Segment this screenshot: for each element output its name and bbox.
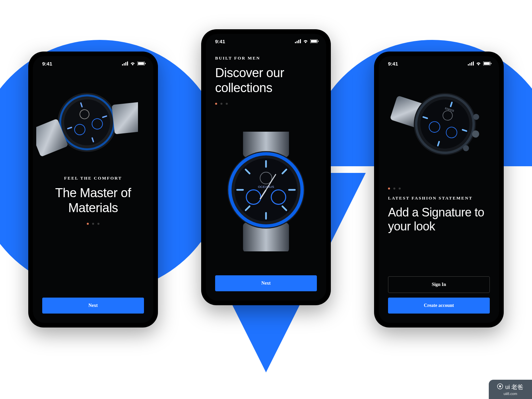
- page-indicator: [388, 188, 490, 190]
- svg-rect-22: [300, 39, 301, 43]
- watermark-url: uii8.com: [504, 392, 517, 396]
- svg-point-68: [499, 385, 501, 387]
- status-time: 9:41: [42, 61, 52, 66]
- svg-rect-24: [311, 40, 317, 43]
- phone-mockup-3: 9:41: [374, 52, 504, 328]
- svg-rect-20: [297, 41, 298, 43]
- watermark-badge: ui 老爸 uii8.com: [489, 380, 532, 399]
- watch-product-image: EDIFICE: [388, 74, 490, 180]
- next-button[interactable]: Next: [42, 298, 144, 314]
- watermark-brand: ui 老爸: [505, 383, 523, 391]
- sign-in-button[interactable]: Sign In: [388, 276, 490, 293]
- headline-text: Discover our collections: [215, 66, 317, 95]
- wifi-icon: [130, 61, 135, 66]
- svg-rect-48: [473, 62, 474, 66]
- svg-rect-1: [124, 63, 125, 66]
- watch-product-image: OCEANUS: [215, 108, 317, 275]
- battery-icon: [310, 39, 319, 44]
- svg-rect-3: [127, 62, 128, 66]
- svg-rect-47: [471, 62, 472, 66]
- svg-rect-51: [491, 63, 491, 64]
- svg-rect-46: [469, 63, 470, 66]
- phone-mockup-2: 9:41 BUILT FOR MEN Discover our collecti…: [201, 29, 331, 305]
- page-dot[interactable]: [226, 103, 228, 105]
- status-bar: 9:41: [379, 56, 499, 69]
- status-bar: 9:41: [206, 34, 326, 47]
- battery-icon: [483, 61, 492, 66]
- signal-icon: [468, 61, 474, 66]
- page-dot[interactable]: [393, 188, 395, 190]
- page-dot[interactable]: [388, 188, 390, 190]
- overline-text: FEEL THE COMFORT: [42, 176, 144, 181]
- svg-rect-6: [145, 63, 146, 64]
- page-dot[interactable]: [220, 103, 222, 105]
- phone-mockup-1: 9:41: [28, 52, 158, 328]
- watermark-icon: [497, 383, 503, 391]
- signal-icon: [122, 61, 128, 66]
- status-time: 9:41: [388, 61, 398, 66]
- svg-rect-25: [318, 41, 319, 42]
- overline-text: LATEST FASHION STATEMENT: [388, 196, 490, 201]
- page-dot[interactable]: [399, 188, 401, 190]
- battery-icon: [137, 61, 146, 66]
- wifi-icon: [303, 39, 308, 44]
- svg-rect-2: [125, 62, 126, 66]
- signal-icon: [295, 39, 301, 44]
- svg-rect-19: [295, 42, 296, 43]
- svg-rect-5: [138, 62, 144, 65]
- wifi-icon: [476, 61, 481, 66]
- svg-rect-0: [122, 64, 123, 66]
- create-account-button[interactable]: Create account: [388, 298, 490, 314]
- watch-product-image: [36, 79, 138, 166]
- svg-rect-45: [468, 64, 469, 66]
- next-button[interactable]: Next: [215, 275, 317, 291]
- headline-text: Add a Signature to your look: [388, 205, 490, 234]
- svg-rect-50: [484, 62, 490, 65]
- status-time: 9:41: [215, 39, 225, 44]
- overline-text: BUILT FOR MEN: [215, 56, 317, 61]
- page-indicator: [215, 103, 317, 105]
- svg-rect-21: [298, 40, 299, 43]
- headline-text: The Master of Materials: [42, 186, 144, 215]
- svg-text:OCEANUS: OCEANUS: [258, 185, 274, 189]
- status-bar: 9:41: [33, 56, 153, 69]
- page-dot[interactable]: [215, 103, 217, 105]
- svg-rect-17: [112, 102, 138, 134]
